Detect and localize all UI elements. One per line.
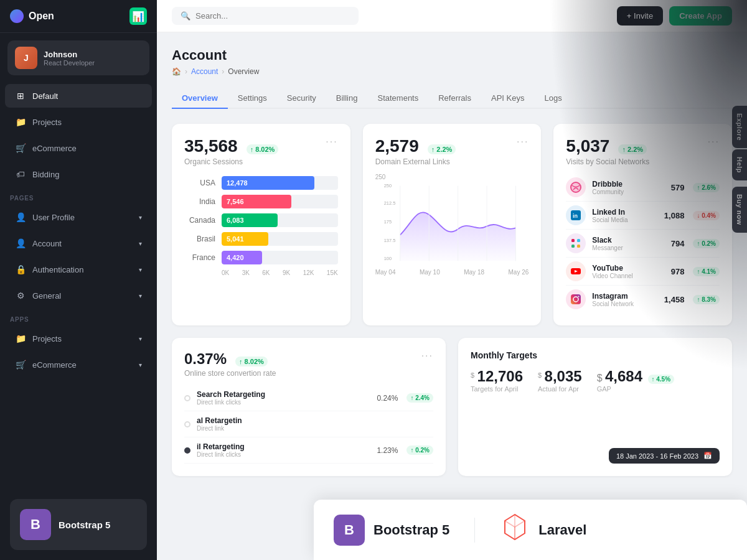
nav-item-default[interactable]: ⊞ Default <box>5 84 152 108</box>
user-icon: 👤 <box>15 212 26 223</box>
buy-now-tab[interactable]: Buy now <box>732 187 747 233</box>
conversion-badge: ↑ 8.02% <box>235 357 268 366</box>
nav-label-apps-projects: Projects <box>32 334 62 343</box>
nav-item-authentication[interactable]: 🔒 Authentication ▾ <box>5 258 152 281</box>
breadcrumb-overview: Overview <box>228 67 259 76</box>
pages-section-label: PAGES <box>0 187 157 204</box>
tab-billing[interactable]: Billing <box>326 88 368 109</box>
metric-badge-2: ↑ 2.2% <box>428 144 456 154</box>
nav-item-general[interactable]: ⚙ General ▾ <box>5 284 152 307</box>
organic-sessions-card: 35,568 ↑ 8.02% Organic Sessions ··· USA … <box>172 124 350 325</box>
bootstrap-label: Bootstrap 5 <box>59 520 110 530</box>
metrics-row: 35,568 ↑ 8.02% Organic Sessions ··· USA … <box>172 124 732 325</box>
nav-item-apps-projects[interactable]: 📁 Projects ▾ <box>5 327 152 350</box>
nav-label-projects: Projects <box>32 118 62 127</box>
bar-chart: USA 12,478 India 7,546 Canada <box>184 176 338 276</box>
avatar: J <box>15 47 37 69</box>
card-header-1: 35,568 ↑ 8.02% Organic Sessions ··· <box>184 136 338 166</box>
search-input[interactable] <box>195 11 350 21</box>
nav-label-authentication: Authentication <box>32 265 83 274</box>
social-item-youtube: YouTube Video Channel 978 ↑ 4.1% <box>566 258 720 286</box>
tab-statements[interactable]: Statements <box>367 88 428 109</box>
svg-point-22 <box>578 296 580 297</box>
svg-text:212.5: 212.5 <box>383 200 395 206</box>
invite-button[interactable]: + Invite <box>617 6 663 26</box>
content-area: Account 🏠 › Account › Overview Overview … <box>157 32 747 560</box>
page-header: Account 🏠 › Account › Overview <box>172 47 732 76</box>
folder-icon: 📁 <box>15 116 26 128</box>
more-btn-2[interactable]: ··· <box>517 136 529 147</box>
tab-referrals[interactable]: Referrals <box>428 88 481 109</box>
monthly-targets-title: Monthly Targets <box>471 350 720 360</box>
bootstrap-promo-icon: B <box>334 515 365 546</box>
explore-tab[interactable]: Explore <box>732 106 747 148</box>
nav-label-user-profile: User Profile <box>32 213 75 222</box>
sidebar-header: Open 📊 <box>0 0 157 33</box>
nav-label-apps-ecommerce: eCommerce <box>32 360 77 370</box>
target-april: $ 12,706 Targets for April <box>471 368 523 393</box>
conversion-card: 0.37% ↑ 8.02% Online store convertion ra… <box>172 338 446 476</box>
help-tab[interactable]: Help <box>732 149 747 180</box>
auth-chevron-icon: ▾ <box>139 266 142 273</box>
nav-item-apps-ecommerce[interactable]: 🛒 eCommerce ▾ <box>5 353 152 376</box>
nav-label-general: General <box>32 291 61 301</box>
search-icon: 🔍 <box>181 11 190 21</box>
tab-security[interactable]: Security <box>277 88 326 109</box>
logo-icon <box>10 9 24 23</box>
account-icon: 👤 <box>15 238 26 249</box>
more-btn-3[interactable]: ··· <box>708 136 720 147</box>
retarget-circle-2 <box>184 421 190 427</box>
tab-settings[interactable]: Settings <box>228 88 277 109</box>
apps-projects-chevron: ▾ <box>139 335 142 342</box>
gap: $ 4,684 ↑ 4.5% GAP <box>597 368 674 393</box>
svg-text:in: in <box>573 213 578 219</box>
social-list: Dribbble Community 579 ↑ 2.6% in Linked … <box>566 174 720 313</box>
social-item-linkedin: in Linked In Social Media 1,088 ↓ 0.4% <box>566 202 720 230</box>
metric-value-3: 5,037 <box>566 136 609 156</box>
dribbble-icon <box>566 177 586 197</box>
nav-item-ecommerce[interactable]: 🛒 eCommerce <box>5 136 152 160</box>
user-role: React Developer <box>44 59 95 67</box>
svg-text:250: 250 <box>383 183 391 189</box>
nav-item-projects[interactable]: 📁 Projects <box>5 110 152 134</box>
laravel-icon <box>500 512 530 548</box>
tab-api-keys[interactable]: API Keys <box>481 88 534 109</box>
tab-logs[interactable]: Logs <box>534 88 571 109</box>
create-app-button[interactable]: Create App <box>669 6 732 26</box>
metric-badge-1: ↑ 8.02% <box>247 144 279 154</box>
page-title: Account <box>172 47 732 63</box>
search-box[interactable]: 🔍 <box>172 7 359 25</box>
nav-item-user-profile[interactable]: 👤 User Profile ▾ <box>5 205 152 229</box>
app-name: Open <box>29 11 54 22</box>
user-card[interactable]: J Johnson React Developer <box>7 40 149 75</box>
sidebar: Open 📊 J Johnson React Developer ⊞ Defau… <box>0 0 157 560</box>
bootstrap-promo-label: Bootstrap 5 <box>374 522 449 538</box>
breadcrumb-account[interactable]: Account <box>191 67 218 76</box>
user-name: Johnson <box>44 50 95 59</box>
lock-icon: 🔒 <box>15 264 26 275</box>
more-btn-conv[interactable]: ··· <box>421 350 433 362</box>
chart-icon-btn[interactable]: 📊 <box>129 7 147 25</box>
more-btn-1[interactable]: ··· <box>326 136 337 147</box>
apps-folder-icon: 📁 <box>15 333 26 344</box>
nav-label-account: Account <box>32 239 62 248</box>
domain-links-card: 2,579 ↑ 2.2% Domain External Links ··· 2… <box>363 124 542 325</box>
nav-item-bidding[interactable]: 🏷 Bidding <box>5 162 152 186</box>
conversion-value: 0.37% <box>184 350 227 368</box>
retargeting-list: Search Retargeting Direct link clicks 0.… <box>184 385 433 464</box>
social-item-slack: Slack Messanger 794 ↑ 0.2% <box>566 230 720 258</box>
home-icon[interactable]: 🏠 <box>172 67 181 76</box>
slack-icon <box>566 233 586 253</box>
promo-divider <box>474 518 475 543</box>
social-item-dribbble: Dribbble Community 579 ↑ 2.6% <box>566 174 720 202</box>
tag-icon: 🏷 <box>15 169 26 180</box>
chart-axis: 0K3K6K9K12K15K <box>184 269 338 276</box>
tabs: Overview Settings Security Billing State… <box>172 88 732 109</box>
metric-label-2: Domain External Links <box>375 157 456 166</box>
nav-item-account[interactable]: 👤 Account ▾ <box>5 231 152 255</box>
svg-text:175: 175 <box>383 219 391 225</box>
conversion-label: Online store convertion rate <box>184 369 276 378</box>
svg-rect-16 <box>571 245 575 248</box>
topbar: 🔍 + Invite Create App <box>157 0 747 32</box>
tab-overview[interactable]: Overview <box>172 88 228 109</box>
